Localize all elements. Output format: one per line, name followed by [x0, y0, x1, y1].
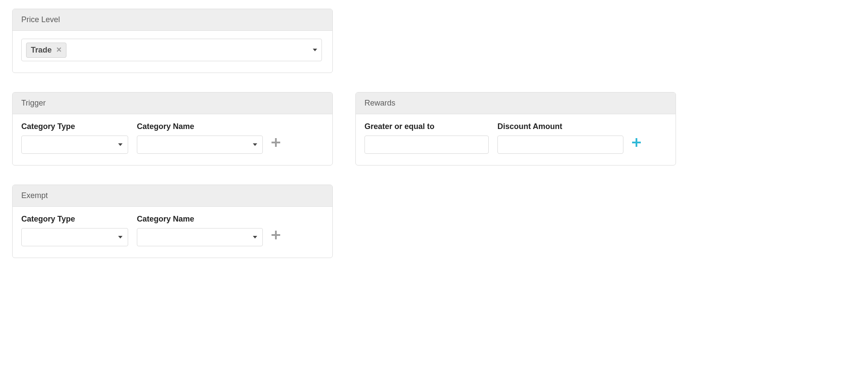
price-level-chip: Trade ✕ — [26, 43, 66, 58]
trigger-category-name-label: Category Name — [137, 122, 263, 131]
trigger-category-type-field: Category Type — [21, 122, 128, 154]
price-level-chips: Trade ✕ — [26, 43, 66, 58]
trigger-panel: Trigger Category Type Category Name — [12, 92, 333, 166]
rewards-header: Rewards — [356, 93, 676, 114]
rewards-discount-field: Discount Amount — [497, 122, 623, 154]
rewards-add-button[interactable] — [632, 138, 641, 148]
exempt-category-type-label: Category Type — [21, 215, 128, 224]
plus-icon — [272, 231, 280, 239]
exempt-header: Exempt — [13, 185, 332, 207]
trigger-header: Trigger — [13, 93, 332, 114]
trigger-category-name-field: Category Name — [137, 122, 263, 154]
caret-down-icon — [313, 49, 317, 51]
caret-down-icon — [118, 143, 123, 146]
trigger-add-button[interactable] — [272, 138, 280, 148]
exempt-panel: Exempt Category Type Category Name — [12, 185, 333, 258]
exempt-category-name-field: Category Name — [137, 215, 263, 246]
rewards-gte-field: Greater or equal to — [364, 122, 489, 154]
caret-down-icon — [118, 236, 123, 238]
exempt-category-type-select[interactable] — [21, 228, 128, 246]
rewards-panel: Rewards Greater or equal to Discount Amo… — [355, 92, 676, 166]
plus-icon — [632, 138, 641, 147]
price-level-header: Price Level — [13, 9, 332, 31]
caret-down-icon — [253, 143, 257, 146]
price-level-select[interactable]: Trade ✕ — [21, 39, 322, 61]
price-level-panel: Price Level Trade ✕ — [12, 9, 333, 73]
exempt-category-name-label: Category Name — [137, 215, 263, 224]
rewards-gte-input[interactable] — [364, 136, 489, 154]
exempt-add-button[interactable] — [272, 231, 280, 241]
exempt-category-name-select[interactable] — [137, 228, 263, 246]
trigger-category-type-label: Category Type — [21, 122, 128, 131]
rewards-discount-label: Discount Amount — [497, 122, 623, 131]
rewards-gte-label: Greater or equal to — [364, 122, 489, 131]
caret-down-icon — [253, 236, 257, 238]
price-level-chip-label: Trade — [31, 46, 52, 55]
close-icon[interactable]: ✕ — [56, 46, 62, 53]
trigger-category-name-select[interactable] — [137, 136, 263, 154]
exempt-category-type-field: Category Type — [21, 215, 128, 246]
trigger-category-type-select[interactable] — [21, 136, 128, 154]
rewards-discount-input[interactable] — [497, 136, 623, 154]
plus-icon — [272, 138, 280, 147]
